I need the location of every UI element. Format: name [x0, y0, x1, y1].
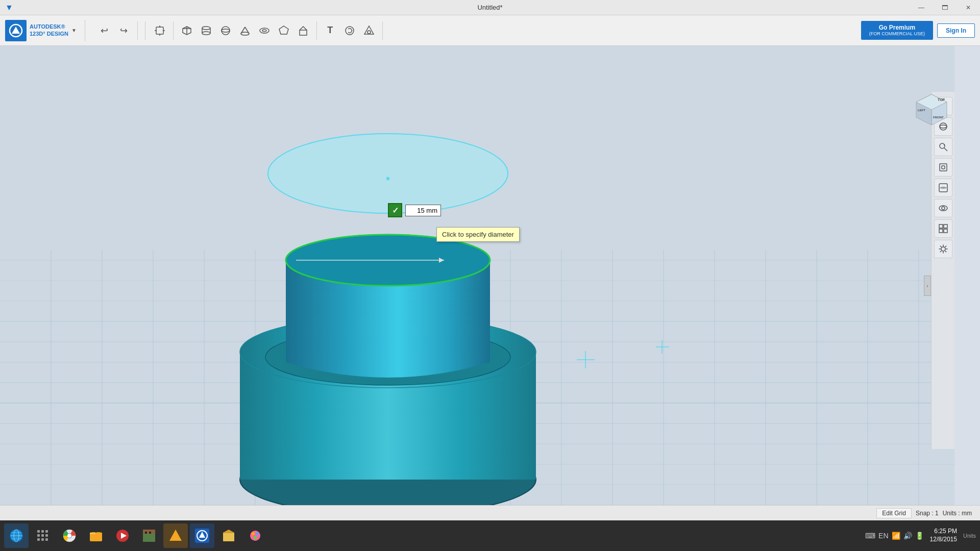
svg-point-21	[346, 27, 354, 35]
premium-area: Go Premium (FOR COMMERCIAL USE) Sign In	[861, 21, 975, 40]
status-bar: Edit Grid Snap : 1 Units : mm	[0, 505, 980, 520]
undo-redo-group: ↩ ↪	[95, 21, 138, 40]
dimension-input[interactable]	[405, 205, 441, 216]
svg-rect-105	[45, 534, 48, 537]
view-home-button[interactable]	[934, 158, 952, 177]
logo-dropdown[interactable]: ▼	[71, 28, 77, 33]
titlebar: ▼ Untitled* — 🗖 ✕	[0, 0, 980, 15]
diameter-tooltip: Click to specify diameter	[436, 227, 520, 242]
polyhedron-button[interactable]	[275, 21, 293, 40]
logo-icon	[5, 20, 27, 41]
redo-button[interactable]: ↪	[115, 21, 133, 40]
taskbar-icon-chrome[interactable]	[57, 523, 82, 548]
box-primitive-button[interactable]	[178, 21, 196, 40]
material-button[interactable]	[360, 21, 378, 40]
svg-rect-92	[939, 229, 943, 233]
svg-rect-103	[37, 534, 40, 537]
svg-rect-107	[41, 538, 44, 541]
units-value: Units : mm	[943, 510, 972, 517]
keyboard-icon: ⌨	[865, 532, 875, 540]
svg-point-17	[260, 28, 269, 33]
confirm-button[interactable]: ✓	[388, 203, 402, 217]
svg-point-18	[262, 30, 266, 32]
svg-point-14	[241, 32, 249, 35]
svg-point-63	[268, 134, 508, 213]
svg-rect-90	[939, 224, 943, 228]
svg-marker-19	[279, 26, 288, 34]
taskbar-icon-package[interactable]	[216, 523, 241, 548]
svg-line-82	[944, 148, 947, 151]
taskbar-icon-apps[interactable]	[31, 523, 55, 548]
new-solid-button[interactable]	[151, 21, 169, 40]
sphere-primitive-button[interactable]	[216, 21, 235, 40]
viewcube[interactable]: TOP LEFT FRONT	[914, 92, 949, 128]
clock-date: 12/8/2015	[930, 536, 957, 544]
transform-group	[151, 21, 174, 40]
cone-primitive-button[interactable]	[236, 21, 254, 40]
svg-rect-91	[944, 224, 947, 228]
taskbar-icon-123d[interactable]	[190, 523, 214, 548]
svg-point-8	[202, 27, 210, 30]
svg-point-12	[222, 27, 230, 35]
clock: 6:25 PM 12/8/2015	[930, 528, 957, 543]
cylinder-primitive-button[interactable]	[197, 21, 215, 40]
svg-rect-119	[149, 532, 151, 534]
extrude-button[interactable]	[294, 21, 312, 40]
svg-rect-106	[37, 538, 40, 541]
language-icon: EN	[878, 532, 888, 540]
restore-button[interactable]: 🗖	[933, 0, 957, 15]
visibility-button[interactable]	[934, 199, 952, 217]
clock-time: 6:25 PM	[930, 528, 957, 536]
taskbar: ⌨ EN 📶 🔊 🔋 6:25 PM 12/8/2015 Units	[0, 520, 980, 551]
svg-rect-123	[223, 533, 234, 541]
shading-button[interactable]	[934, 179, 952, 197]
grid-svg	[0, 46, 954, 510]
svg-point-129	[254, 536, 257, 539]
minimize-button[interactable]: —	[910, 0, 933, 15]
svg-point-11	[202, 32, 210, 35]
system-icons: ⌨ EN 📶 🔊 🔋	[865, 532, 923, 540]
toolbar: AUTODESK® 123D° DESIGN ▼ ↩ ↪	[0, 15, 980, 46]
3d-scene: ✓ Click to specify diameter TOP LEFT FRO…	[0, 46, 954, 510]
panel-collapse-tab[interactable]: ›	[924, 276, 931, 296]
taskbar-icon-autodesk[interactable]	[163, 523, 188, 548]
svg-point-66	[386, 177, 389, 180]
battery-icon: 🔋	[915, 532, 924, 540]
text-tool-button[interactable]: T	[321, 21, 339, 40]
grid-view-button[interactable]	[934, 219, 952, 238]
svg-text:FRONT: FRONT	[933, 116, 944, 119]
taskbar-icon-explorer[interactable]	[84, 523, 108, 548]
taskbar-icon-media[interactable]	[110, 523, 135, 548]
settings-button[interactable]	[934, 240, 952, 258]
svg-rect-20	[300, 30, 307, 35]
taskbar-icon-minecraft[interactable]	[137, 523, 161, 548]
premium-button[interactable]: Go Premium (FOR COMMERCIAL USE)	[861, 21, 933, 40]
svg-marker-124	[223, 530, 234, 533]
units-label: Units	[963, 533, 976, 539]
signin-button[interactable]: Sign In	[937, 23, 975, 38]
torus-primitive-button[interactable]	[255, 21, 274, 40]
window-controls: — 🗖 ✕	[910, 0, 980, 15]
window-title: Untitled*	[477, 4, 502, 11]
taskbar-icon-paint[interactable]	[243, 523, 267, 548]
svg-point-94	[941, 247, 945, 251]
svg-rect-101	[41, 530, 44, 533]
script-tool-button[interactable]	[340, 21, 359, 40]
undo-button[interactable]: ↩	[95, 21, 114, 40]
svg-rect-104	[41, 534, 44, 537]
taskbar-icon-globe[interactable]	[4, 523, 29, 548]
close-button[interactable]: ✕	[957, 0, 980, 15]
zoom-fit-button[interactable]	[934, 138, 952, 156]
svg-point-81	[940, 143, 945, 148]
right-panel	[931, 92, 954, 449]
svg-point-111	[67, 534, 71, 538]
toolbar-separator-1	[145, 21, 145, 40]
svg-rect-102	[45, 530, 48, 533]
svg-marker-120	[169, 530, 182, 541]
svg-rect-118	[145, 532, 147, 534]
edit-grid-button[interactable]: Edit Grid	[876, 508, 912, 518]
svg-text:TOP: TOP	[938, 98, 945, 102]
tools-group: T	[321, 21, 383, 40]
svg-rect-86	[942, 166, 945, 169]
primitives-group	[178, 21, 317, 40]
